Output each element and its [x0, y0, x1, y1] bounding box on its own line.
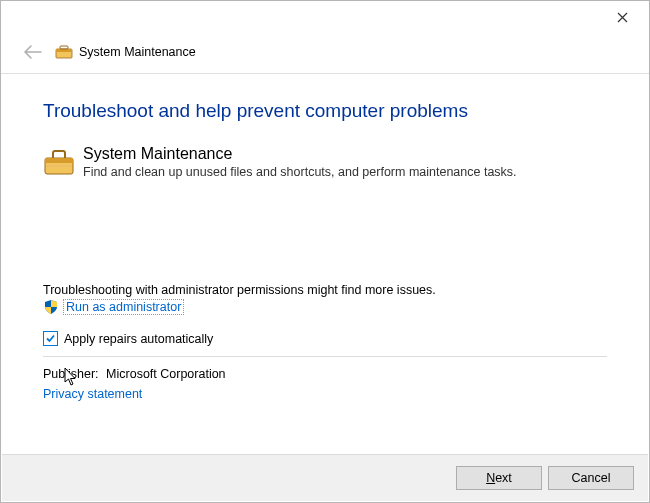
- checkmark-icon: [45, 333, 56, 344]
- apply-repairs-label: Apply repairs automatically: [64, 332, 213, 346]
- svg-rect-5: [47, 165, 71, 167]
- svg-rect-4: [45, 158, 73, 163]
- toolbox-icon: [55, 43, 73, 61]
- header: System Maintenance: [1, 35, 649, 74]
- close-button[interactable]: [603, 5, 641, 29]
- separator: [43, 356, 607, 357]
- window-title: System Maintenance: [79, 45, 196, 59]
- apply-repairs-row: Apply repairs automatically: [43, 331, 607, 346]
- troubleshooter-block: System Maintenance Find and clean up unu…: [43, 144, 607, 179]
- next-button[interactable]: Next: [456, 466, 542, 490]
- run-as-admin-link[interactable]: Run as administrator: [63, 299, 184, 315]
- footer: Next Cancel: [2, 454, 648, 501]
- privacy-statement-link[interactable]: Privacy statement: [43, 387, 607, 401]
- back-button[interactable]: [19, 41, 47, 63]
- run-as-admin-row: Run as administrator: [43, 299, 607, 315]
- content-area: Troubleshoot and help prevent computer p…: [1, 74, 649, 401]
- publisher-label: Publisher:: [43, 367, 99, 381]
- close-icon: [617, 12, 628, 23]
- apply-repairs-checkbox[interactable]: [43, 331, 58, 346]
- back-arrow-icon: [24, 45, 42, 59]
- toolbox-icon: [43, 146, 75, 178]
- publisher-value: Microsoft Corporation: [106, 367, 226, 381]
- shield-icon: [43, 299, 59, 315]
- next-button-rest: ext: [495, 471, 512, 485]
- title-bar: [1, 1, 649, 35]
- troubleshooter-description: Find and clean up unused files and short…: [83, 165, 517, 179]
- page-heading: Troubleshoot and help prevent computer p…: [43, 100, 607, 122]
- admin-permissions-note: Troubleshooting with administrator permi…: [43, 283, 607, 297]
- cancel-button[interactable]: Cancel: [548, 466, 634, 490]
- svg-rect-2: [60, 46, 68, 49]
- publisher-row: Publisher: Microsoft Corporation: [43, 367, 607, 381]
- troubleshooter-name: System Maintenance: [83, 144, 517, 163]
